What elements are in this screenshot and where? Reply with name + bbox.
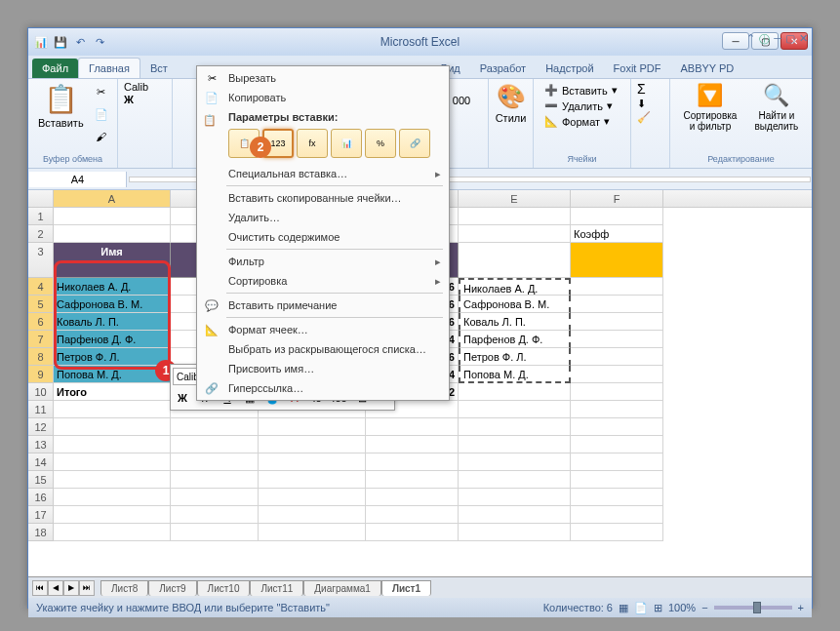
cell[interactable] xyxy=(571,454,663,471)
row-header[interactable]: 10 xyxy=(28,383,54,401)
col-header-F[interactable]: F xyxy=(571,190,663,207)
sheet-tab[interactable]: Лист8 xyxy=(100,580,148,596)
cell[interactable] xyxy=(171,506,259,524)
sheet-tab[interactable]: Лист11 xyxy=(250,580,303,596)
cell[interactable] xyxy=(571,401,663,418)
select-all-corner[interactable] xyxy=(28,190,54,207)
cell[interactable]: Николаев А. Д. xyxy=(54,278,171,296)
undo-icon[interactable]: ↶ xyxy=(71,33,89,51)
save-icon[interactable]: 💾 xyxy=(52,33,69,51)
cell[interactable] xyxy=(171,524,259,541)
cell[interactable] xyxy=(459,436,571,454)
cell[interactable] xyxy=(259,436,366,454)
sheet-nav-last[interactable]: ⏭ xyxy=(79,580,95,596)
cell[interactable] xyxy=(171,436,259,454)
cell[interactable] xyxy=(571,243,663,278)
styles-button[interactable]: 🎨Стили xyxy=(495,81,527,126)
cell[interactable] xyxy=(571,418,663,436)
zoom-out[interactable]: − xyxy=(701,602,707,613)
cells-format[interactable]: 📐Формат▾ xyxy=(541,114,622,129)
ctx-sort[interactable]: Сортировка▸ xyxy=(199,271,447,291)
ctx-copy[interactable]: 📄Копировать xyxy=(199,88,447,107)
row-header[interactable]: 2 xyxy=(28,225,54,243)
tab-insert[interactable]: Вст xyxy=(140,59,178,78)
row-header[interactable]: 13 xyxy=(28,436,54,454)
minimize-button[interactable]: ─ xyxy=(722,32,749,50)
sheet-tab[interactable]: Лист9 xyxy=(148,580,196,596)
cell[interactable] xyxy=(54,506,171,524)
tab-file[interactable]: Файл xyxy=(32,59,78,78)
sheet-tab[interactable]: Диаграмма1 xyxy=(303,580,381,596)
ctx-paste-special[interactable]: Специальная вставка…▸ xyxy=(199,164,447,183)
cell[interactable] xyxy=(571,383,663,401)
row-header[interactable]: 15 xyxy=(28,471,54,489)
ctx-cut[interactable]: ✂Вырезать xyxy=(199,68,447,88)
cell[interactable]: Сафронова В. М. xyxy=(54,296,171,313)
row-header[interactable]: 6 xyxy=(28,313,54,331)
doc-restore-icon[interactable]: ▢ xyxy=(785,32,795,47)
cell[interactable] xyxy=(54,225,171,243)
font-name[interactable]: Calib xyxy=(124,81,148,93)
tab-home[interactable]: Главная xyxy=(78,58,140,78)
ctx-hyperlink[interactable]: 🔗Гиперссылка… xyxy=(199,378,447,398)
row-header[interactable]: 5 xyxy=(28,296,54,313)
cell[interactable]: Парфенов Д. Ф. xyxy=(54,331,171,348)
ctx-format-cells[interactable]: 📐Формат ячеек… xyxy=(199,320,447,339)
cell[interactable] xyxy=(459,418,571,436)
cell[interactable] xyxy=(366,506,459,524)
name-box[interactable]: A4 xyxy=(29,172,127,187)
cell[interactable] xyxy=(571,348,663,366)
redo-icon[interactable]: ↷ xyxy=(91,33,108,51)
cell[interactable] xyxy=(459,524,571,541)
row-header[interactable]: 14 xyxy=(28,454,54,471)
tab-abbyy[interactable]: ABBYY PD xyxy=(670,59,743,78)
ctx-clear[interactable]: Очистить содержимое xyxy=(199,227,447,247)
row-header[interactable]: 18 xyxy=(28,524,54,541)
cell[interactable] xyxy=(366,471,459,489)
row-header[interactable]: 9 xyxy=(28,366,54,383)
ctx-comment[interactable]: 💬Вставить примечание xyxy=(199,296,447,315)
cell[interactable]: Сафронова В. М. xyxy=(459,296,571,313)
zoom-in[interactable]: + xyxy=(798,602,804,613)
cell[interactable] xyxy=(366,418,459,436)
col-header-A[interactable]: A xyxy=(54,190,171,207)
ctx-filter[interactable]: Фильтр▸ xyxy=(199,252,447,271)
zoom-slider[interactable] xyxy=(714,606,792,610)
cell[interactable] xyxy=(459,471,571,489)
cell[interactable] xyxy=(259,489,366,506)
zoom-level[interactable]: 100% xyxy=(668,602,696,613)
cell[interactable]: Коваль Л. П. xyxy=(459,313,571,331)
row-header[interactable]: 3 xyxy=(28,243,54,278)
sheet-nav-first[interactable]: ⏮ xyxy=(32,580,48,596)
cell[interactable] xyxy=(571,506,663,524)
paste-button[interactable]: 📋 Вставить xyxy=(34,81,88,131)
copy-icon[interactable]: 📄 xyxy=(91,103,112,125)
cell[interactable]: Попова М. Д. xyxy=(459,366,571,383)
minimize-ribbon-icon[interactable]: ⌃ xyxy=(746,32,755,47)
cell[interactable]: Петров Ф. Л. xyxy=(459,348,571,366)
cells-delete[interactable]: ➖Удалить▾ xyxy=(541,99,622,113)
view-layout-icon[interactable]: 📄 xyxy=(634,602,648,614)
cell[interactable] xyxy=(459,243,571,278)
tab-addins[interactable]: Надстрой xyxy=(536,59,603,78)
cells-insert[interactable]: ➕Вставить▾ xyxy=(541,83,622,98)
cell[interactable] xyxy=(571,331,663,348)
help-icon[interactable]: ⓘ xyxy=(759,32,770,47)
paste-opt-link[interactable]: 🔗 xyxy=(399,129,430,158)
find-select-button[interactable]: 🔍Найти и выделить xyxy=(747,81,806,134)
cell[interactable] xyxy=(171,471,259,489)
sheet-tab[interactable]: Лист10 xyxy=(197,580,251,596)
cell[interactable]: Попова М. Д. xyxy=(54,366,171,383)
mini-bold[interactable]: Ж xyxy=(173,388,192,408)
ctx-dropdown[interactable]: Выбрать из раскрывающегося списка… xyxy=(199,339,447,359)
cell[interactable] xyxy=(366,524,459,541)
cell[interactable]: Коэфф xyxy=(571,225,663,243)
cell[interactable] xyxy=(171,489,259,506)
cell[interactable] xyxy=(459,489,571,506)
ctx-insert-cells[interactable]: Вставить скопированные ячейки… xyxy=(199,188,447,208)
sort-filter-button[interactable]: 🔽Сортировка и фильтр xyxy=(676,81,744,134)
cell[interactable] xyxy=(571,471,663,489)
sheet-nav-next[interactable]: ▶ xyxy=(63,580,79,596)
paste-opt-formatting[interactable]: % xyxy=(365,129,396,158)
cell[interactable] xyxy=(171,418,259,436)
